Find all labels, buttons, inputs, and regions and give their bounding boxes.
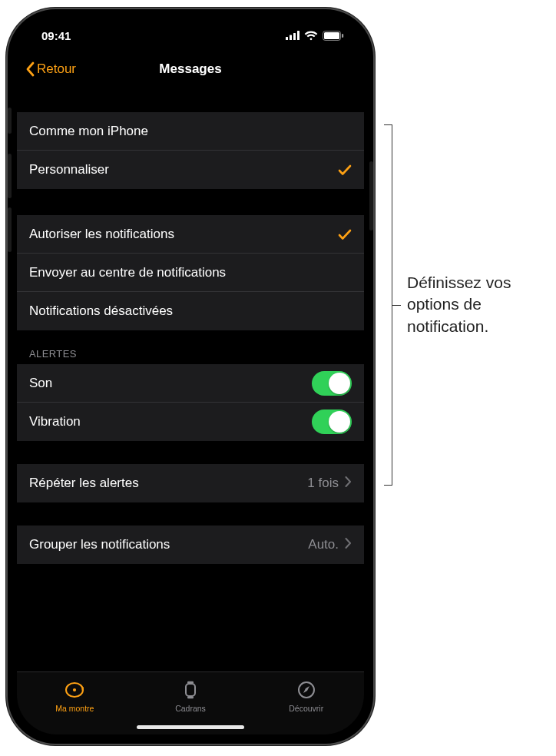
iphone-frame: 09:41 Retour <box>6 8 375 745</box>
alerts-group: Son Vibration <box>17 364 364 441</box>
svg-rect-2 <box>293 33 296 40</box>
status-time: 09:41 <box>41 29 71 42</box>
row-value: Auto. <box>308 537 339 552</box>
checkmark-icon <box>338 227 352 241</box>
compass-icon <box>296 680 317 701</box>
row-label: Personnaliser <box>29 162 109 177</box>
grouping-group: Grouper les notifications Auto. <box>17 526 364 564</box>
svg-rect-10 <box>186 684 195 696</box>
row-custom[interactable]: Personnaliser <box>17 151 364 189</box>
volume-down-button <box>8 207 12 252</box>
tab-faces[interactable]: Cadrans <box>133 672 249 721</box>
tab-discover[interactable]: Découvrir <box>248 672 364 721</box>
mirror-group: Comme mon iPhone Personnaliser <box>17 112 364 189</box>
chevron-right-icon <box>345 537 352 552</box>
mute-switch <box>8 108 12 134</box>
wifi-icon <box>304 31 318 41</box>
row-label: Vibration <box>29 414 81 429</box>
repeat-group: Répéter les alertes 1 fois <box>17 464 364 502</box>
row-allow-notifications[interactable]: Autoriser les notifications <box>17 215 364 254</box>
svg-rect-1 <box>290 35 292 41</box>
notifications-group: Autoriser les notifications Envoyer au c… <box>17 215 364 330</box>
svg-rect-0 <box>286 37 288 40</box>
tab-label: Découvrir <box>289 704 323 713</box>
row-send-to-nc[interactable]: Envoyer au centre de notifications <box>17 254 364 292</box>
sound-toggle[interactable] <box>312 371 352 396</box>
row-notifications-off[interactable]: Notifications désactivées <box>17 292 364 330</box>
svg-rect-8 <box>82 687 84 691</box>
svg-rect-6 <box>342 34 343 38</box>
section-header-label: ALERTES <box>29 348 77 360</box>
row-label: Grouper les notifications <box>29 537 170 552</box>
nav-bar: Retour Messages <box>17 52 364 86</box>
back-label: Retour <box>37 61 76 77</box>
side-button <box>369 161 373 230</box>
settings-content: Comme mon iPhone Personnaliser Autoriser… <box>17 86 364 671</box>
callout-text: Définissez vos options de notification. <box>407 272 545 337</box>
checkmark-icon <box>338 163 352 177</box>
tab-label: Ma montre <box>55 704 94 713</box>
tab-label: Cadrans <box>175 704 206 713</box>
row-label: Comme mon iPhone <box>29 124 148 139</box>
row-haptic: Vibration <box>17 403 364 441</box>
row-repeat-alerts[interactable]: Répéter les alertes 1 fois <box>17 464 364 502</box>
row-label: Notifications désactivées <box>29 303 173 319</box>
back-button[interactable]: Retour <box>25 52 76 86</box>
volume-up-button <box>8 154 12 198</box>
row-sound: Son <box>17 364 364 403</box>
row-group-notifications[interactable]: Grouper les notifications Auto. <box>17 526 364 564</box>
row-label: Autoriser les notifications <box>29 227 174 242</box>
page-title: Messages <box>159 61 221 77</box>
callout-bracket <box>384 124 401 486</box>
row-label: Envoyer au centre de notifications <box>29 265 226 280</box>
notch <box>114 18 267 41</box>
watch-face-icon <box>180 680 201 701</box>
callout-annotation: Définissez vos options de notification. <box>384 124 545 486</box>
svg-point-9 <box>73 688 76 691</box>
chevron-right-icon <box>345 476 352 491</box>
home-indicator[interactable] <box>137 725 244 729</box>
row-value: 1 fois <box>307 476 339 491</box>
svg-rect-5 <box>324 32 339 39</box>
cellular-icon <box>286 31 300 40</box>
svg-rect-12 <box>187 696 194 698</box>
svg-rect-11 <box>187 681 194 684</box>
tab-my-watch[interactable]: Ma montre <box>17 672 133 721</box>
haptic-toggle[interactable] <box>312 410 352 434</box>
row-mirror-iphone[interactable]: Comme mon iPhone <box>17 112 364 151</box>
svg-rect-3 <box>297 31 300 40</box>
alerts-header: ALERTES <box>17 330 364 364</box>
row-label: Répéter les alertes <box>29 476 139 491</box>
battery-icon <box>323 31 344 41</box>
row-label: Son <box>29 376 52 391</box>
watch-icon <box>64 680 85 701</box>
